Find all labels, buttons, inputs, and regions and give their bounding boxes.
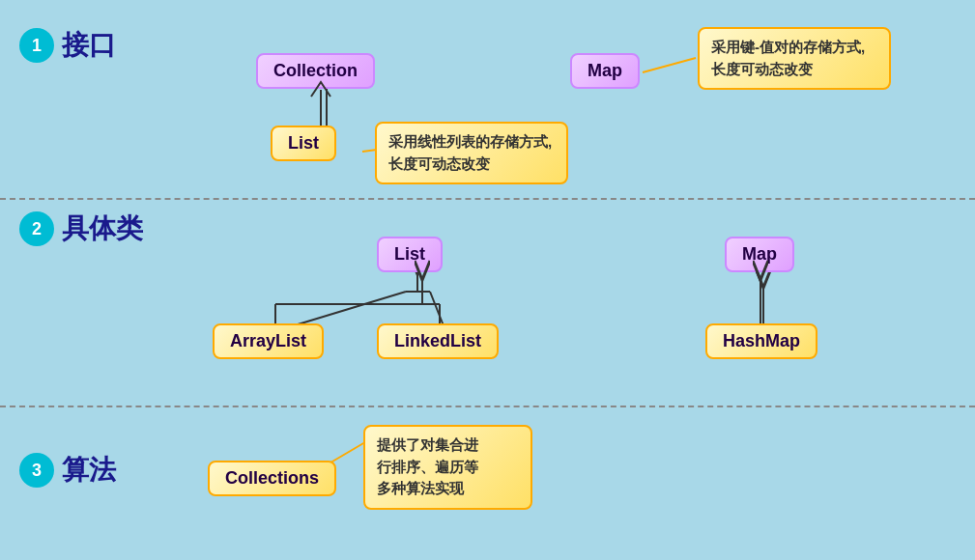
map2-node: Map bbox=[725, 237, 794, 272]
section-1-header: 1 接口 bbox=[19, 27, 120, 64]
map1-node: Map bbox=[570, 53, 640, 89]
linkedlist-node: LinkedList bbox=[377, 323, 499, 359]
section-1-title: 接口 bbox=[62, 27, 116, 64]
list1-callout: 采用线性列表的存储方式,长度可动态改变 bbox=[375, 122, 568, 184]
section-2-header: 2 具体类 bbox=[19, 210, 147, 247]
section-3-header: 3 算法 bbox=[19, 452, 120, 489]
collections-callout-text: 提供了对集合进行排序、遍历等多种算法实现 bbox=[377, 436, 478, 496]
svg-line-8 bbox=[643, 58, 696, 72]
map1-callout-text: 采用键-值对的存储方式, 长度可动态改变 bbox=[711, 39, 865, 77]
list1-callout-text: 采用线性列表的存储方式,长度可动态改变 bbox=[388, 133, 552, 172]
collections-node: Collections bbox=[208, 461, 336, 496]
section-2-badge: 2 bbox=[19, 211, 54, 246]
map1-callout: 采用键-值对的存储方式, 长度可动态改变 bbox=[698, 27, 891, 90]
section-2-title: 具体类 bbox=[62, 210, 143, 247]
arraylist-node: ArrayList bbox=[213, 323, 324, 359]
list1-node: List bbox=[271, 126, 336, 161]
section-3-badge: 3 bbox=[19, 453, 54, 488]
section-3-title: 算法 bbox=[62, 452, 116, 489]
collections-callout: 提供了对集合进行排序、遍历等多种算法实现 bbox=[363, 425, 532, 510]
section-1-badge: 1 bbox=[19, 28, 54, 63]
divider-2 bbox=[0, 406, 975, 407]
list2-node: List bbox=[377, 237, 443, 272]
divider-1 bbox=[0, 198, 975, 200]
hashmap-node: HashMap bbox=[705, 323, 817, 359]
collection-node: Collection bbox=[256, 53, 375, 89]
